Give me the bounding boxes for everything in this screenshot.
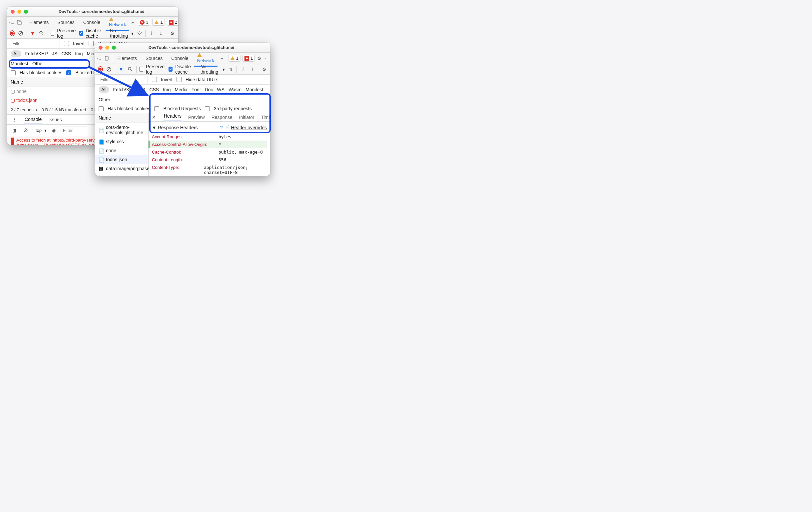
tab-console[interactable]: Console [168, 53, 192, 63]
type-ws[interactable]: WS [217, 87, 225, 92]
table-row[interactable]: 🖼data:image/png;base… [95, 164, 148, 173]
tab-sources[interactable]: Sources [142, 53, 166, 63]
type-fetch[interactable]: Fetch/XHR [113, 87, 136, 92]
record-icon[interactable] [10, 30, 14, 36]
help-icon[interactable]: ? [220, 125, 223, 130]
kebab-icon[interactable]: ⋮ [10, 115, 19, 124]
minimize-icon[interactable] [17, 10, 21, 13]
record-icon[interactable] [98, 66, 103, 72]
download-icon[interactable]: ⤵ [157, 29, 164, 38]
warning-badge[interactable]: 1 [152, 19, 165, 26]
type-all[interactable]: All [98, 86, 109, 93]
type-js[interactable]: JS [140, 87, 145, 92]
upload-icon[interactable]: ⤴ [239, 65, 246, 74]
tab-elements[interactable]: Elements [26, 17, 52, 27]
kebab-icon[interactable]: ⋮ [263, 54, 268, 63]
close-icon[interactable]: ✕ [152, 115, 156, 120]
error-badge[interactable]: ✕3 [138, 19, 150, 26]
detail-headers-tab[interactable]: Headers [164, 113, 181, 121]
device-icon[interactable] [105, 54, 110, 63]
maximize-icon[interactable] [112, 46, 116, 50]
col-name[interactable]: Name [95, 113, 148, 122]
filter-icon[interactable]: ▼ [118, 65, 124, 74]
detail-initiator-tab[interactable]: Initiator [239, 115, 255, 120]
invert-checkbox[interactable] [64, 41, 69, 46]
type-other[interactable]: Other [32, 61, 44, 66]
search-icon[interactable] [39, 29, 45, 38]
filter-input[interactable] [98, 76, 148, 83]
tab-elements[interactable]: Elements [114, 53, 140, 63]
col-name[interactable]: Name [7, 77, 101, 87]
type-css[interactable]: CSS [61, 51, 71, 56]
drawer-console-tab[interactable]: Console [24, 115, 42, 124]
table-row[interactable]: 📘style.css [95, 137, 148, 146]
chevron-down-icon[interactable]: ▾ [223, 67, 225, 72]
sidebar-icon[interactable]: ◨ [10, 126, 19, 135]
hide-data-urls-checkbox[interactable] [176, 77, 181, 82]
wifi-icon[interactable]: ⇅ [228, 65, 234, 74]
type-fetch[interactable]: Fetch/XHR [25, 51, 48, 56]
close-icon[interactable] [98, 46, 103, 50]
type-media[interactable]: Media [175, 87, 187, 92]
type-img[interactable]: Img [75, 51, 83, 56]
gear-icon[interactable]: ⚙ [261, 65, 267, 74]
filter-icon[interactable]: ▼ [29, 29, 36, 38]
eye-icon[interactable]: ◉ [49, 126, 58, 135]
third-party-checkbox[interactable] [205, 106, 210, 111]
detail-timing-tab[interactable]: Timing [261, 115, 270, 120]
issue-badge[interactable]: ■1 [242, 55, 255, 62]
type-manifest[interactable]: Manifest [11, 61, 28, 66]
preserve-log-checkbox[interactable] [51, 31, 55, 36]
type-other[interactable]: Other [98, 97, 110, 102]
detail-preview-tab[interactable]: Preview [188, 115, 205, 120]
type-img[interactable]: Img [163, 87, 171, 92]
close-icon[interactable] [11, 10, 14, 13]
issue-badge[interactable]: ■2 [167, 19, 178, 26]
blocked-requests-checkbox[interactable] [66, 70, 71, 75]
more-tabs-icon[interactable]: » [220, 54, 224, 63]
type-css[interactable]: CSS [149, 87, 159, 92]
clear-icon[interactable] [21, 126, 30, 135]
filter-input[interactable] [10, 40, 60, 47]
tab-sources[interactable]: Sources [54, 17, 78, 27]
type-all[interactable]: All [11, 50, 21, 57]
inspect-icon[interactable] [97, 54, 103, 63]
inspect-icon[interactable] [9, 18, 14, 27]
disable-cache-checkbox[interactable] [79, 31, 83, 36]
table-row[interactable]: 📄cors-demo-devtools.glitch.me… [95, 123, 148, 137]
upload-icon[interactable]: ⤴ [148, 29, 154, 38]
minimize-icon[interactable] [105, 46, 109, 50]
gear-icon[interactable]: ⚙ [257, 54, 261, 63]
type-font[interactable]: Font [192, 87, 201, 92]
search-icon[interactable] [127, 65, 134, 74]
download-icon[interactable]: ⤵ [249, 65, 256, 74]
type-js[interactable]: JS [52, 51, 57, 56]
wifi-icon[interactable] [136, 29, 143, 38]
more-tabs-icon[interactable]: » [131, 18, 134, 27]
gear-icon[interactable]: ⚙ [169, 29, 176, 38]
overrides-icon[interactable]: 📄 [224, 125, 230, 130]
hide-data-urls-checkbox[interactable] [89, 41, 94, 46]
preserve-log-checkbox[interactable] [139, 67, 143, 72]
type-manifest[interactable]: Manifest [245, 87, 263, 92]
clear-icon[interactable] [106, 65, 112, 74]
blocked-cookies-checkbox[interactable] [11, 70, 16, 75]
chevron-down-icon[interactable]: ▾ [131, 31, 134, 36]
table-row[interactable]: 📄todos.json [95, 155, 148, 164]
disclosure-icon[interactable]: ▼ [152, 125, 156, 130]
maximize-icon[interactable] [24, 10, 28, 13]
clear-icon[interactable] [17, 29, 24, 38]
context-select[interactable]: top [36, 128, 41, 133]
table-row[interactable]: 📄none [95, 146, 148, 155]
console-filter-input[interactable] [61, 126, 87, 134]
warning-badge[interactable]: 1 [228, 55, 240, 62]
tab-console[interactable]: Console [80, 17, 104, 27]
table-row[interactable]: 🖼data:image/png;base… [95, 173, 148, 176]
header-overrides-link[interactable]: Header overrides [231, 125, 267, 130]
invert-checkbox[interactable] [152, 77, 157, 82]
type-wasm[interactable]: Wasm [229, 87, 241, 92]
throttling-select[interactable]: No throttling [110, 28, 128, 39]
drawer-issues-tab[interactable]: Issues [48, 115, 62, 124]
disable-cache-checkbox[interactable] [169, 67, 173, 72]
chevron-down-icon[interactable]: ▾ [44, 128, 47, 133]
